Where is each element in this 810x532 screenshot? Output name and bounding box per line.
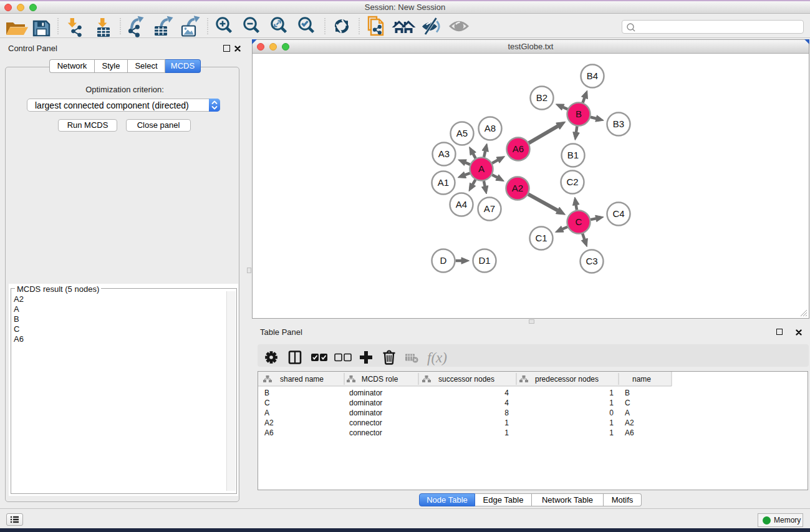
svg-text:A2: A2: [512, 183, 523, 193]
svg-text:B1: B1: [567, 150, 579, 160]
svg-text:C3: C3: [586, 256, 597, 266]
svg-text:shared name: shared name: [280, 375, 324, 384]
svg-text:MCDS role: MCDS role: [362, 375, 398, 384]
svg-text:B2: B2: [536, 92, 547, 103]
svg-text:A8: A8: [485, 123, 496, 133]
svg-text:A: A: [478, 163, 485, 174]
svg-text:A4: A4: [456, 199, 467, 210]
svg-text:A6: A6: [513, 143, 524, 154]
svg-text:D1: D1: [478, 255, 490, 266]
svg-text:B3: B3: [613, 118, 624, 129]
svg-text:A7: A7: [484, 203, 495, 214]
svg-text:D: D: [440, 255, 447, 266]
svg-text:C2: C2: [566, 177, 578, 187]
svg-text:f(x): f(x): [427, 350, 447, 365]
svg-text:name: name: [632, 375, 651, 384]
svg-text:successor nodes: successor nodes: [438, 375, 494, 384]
svg-text:B: B: [576, 109, 582, 119]
svg-text:C4: C4: [612, 208, 624, 219]
svg-text:C1: C1: [535, 233, 547, 243]
svg-text:A3: A3: [438, 148, 450, 159]
svg-text:predecessor nodes: predecessor nodes: [535, 375, 599, 384]
svg-text:A1: A1: [438, 177, 449, 188]
svg-text:A5: A5: [456, 128, 468, 138]
svg-text:C: C: [576, 216, 582, 227]
svg-text:B4: B4: [587, 70, 598, 81]
